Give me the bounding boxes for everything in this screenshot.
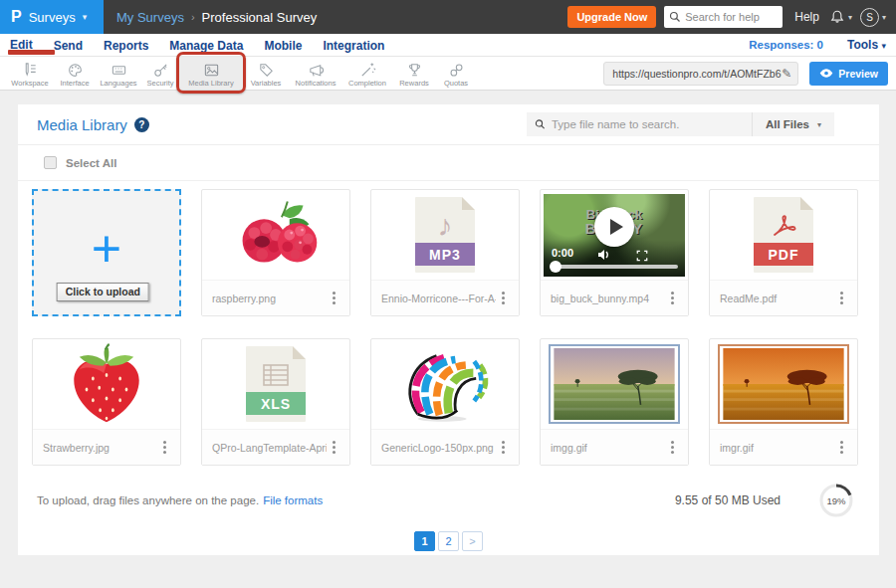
fullscreen-icon[interactable] — [636, 248, 648, 266]
select-all-label: Select All — [66, 157, 116, 169]
file-name: Strawberry.jpg — [43, 442, 157, 454]
upload-tile[interactable]: + Click to upload — [32, 189, 181, 316]
page-button-1[interactable]: 1 — [414, 531, 435, 551]
responses-count-link[interactable]: Responses: 0 — [749, 39, 823, 51]
file-formats-link[interactable]: File formats — [263, 494, 323, 506]
file-menu-button[interactable] — [327, 289, 340, 308]
file-thumbnail[interactable] — [710, 339, 857, 429]
play-button[interactable] — [594, 207, 634, 247]
upgrade-now-button[interactable]: Upgrade Now — [567, 6, 656, 28]
media-card-video: Big Buck BUNNY 0:00 big_buck_bunny.mp4 — [540, 189, 689, 316]
toolbar-item-security[interactable]: Security — [141, 57, 179, 90]
tab-reports[interactable]: Reports — [104, 37, 148, 54]
help-search-input[interactable] — [685, 11, 775, 23]
media-card-raspberry: raspberry.png — [201, 189, 350, 316]
music-note-icon: ♪ — [438, 211, 453, 241]
file-thumbnail[interactable]: ♪ MP3 — [371, 190, 519, 280]
file-thumbnail[interactable]: Big Buck BUNNY 0:00 — [541, 190, 688, 280]
next-page-button[interactable]: > — [462, 531, 483, 551]
mp3-badge: MP3 — [415, 243, 475, 266]
tab-integration[interactable]: Integration — [323, 37, 384, 54]
survey-nav: Edit Send Reports Manage Data Mobile Int… — [0, 34, 896, 57]
page-button-2[interactable]: 2 — [438, 531, 459, 551]
file-thumbnail[interactable] — [202, 190, 349, 280]
megaphone-icon — [308, 62, 325, 79]
account-menu[interactable]: S ▾ — [860, 8, 886, 27]
search-icon — [669, 11, 681, 23]
file-name: Ennio-Morricone---For-A-... — [381, 293, 496, 304]
toolbar-item-interface[interactable]: Interface — [54, 57, 96, 90]
toolbar-item-languages[interactable]: Languages — [96, 57, 141, 90]
file-name: raspberry.png — [212, 293, 327, 304]
questionpro-logo: P — [11, 8, 22, 26]
file-name: big_buck_bunny.mp4 — [551, 293, 665, 304]
media-card-imgg: imgg.gif — [540, 338, 689, 466]
breadcrumb-my-surveys[interactable]: My Surveys — [116, 10, 184, 25]
kebab-menu-icon — [840, 296, 843, 299]
workspace-icon — [22, 62, 39, 79]
mp3-file-icon: ♪ MP3 — [415, 197, 475, 273]
file-menu-button[interactable] — [834, 289, 848, 308]
help-link[interactable]: Help — [794, 10, 819, 24]
tab-mobile[interactable]: Mobile — [264, 37, 302, 54]
nav-tabs: Edit Send Reports Manage Data Mobile Int… — [10, 36, 384, 55]
kebab-menu-icon — [671, 446, 674, 449]
file-menu-button[interactable] — [327, 438, 340, 458]
toolbar-item-variables[interactable]: Variables — [243, 57, 289, 90]
progress-knob[interactable] — [550, 261, 561, 273]
media-card-imgr: imgr.gif — [709, 338, 858, 466]
product-switcher-surveys[interactable]: P Surveys ▾ — [0, 0, 104, 34]
toolbar-item-notifications[interactable]: Notifications — [289, 57, 342, 90]
kebab-menu-icon — [502, 296, 505, 299]
image-icon — [203, 62, 220, 79]
file-type-filter-dropdown[interactable]: All Files ▾ — [752, 112, 834, 136]
survey-url-input[interactable] — [612, 68, 782, 80]
help-question-icon[interactable]: ? — [134, 117, 149, 132]
kebab-menu-icon — [333, 446, 336, 449]
toolbar-item-media-library[interactable]: Media Library — [179, 57, 243, 90]
video-progress-bar[interactable] — [551, 265, 678, 269]
tools-menu[interactable]: Tools ▾ — [847, 38, 886, 52]
toolbar-item-workspace[interactable]: Workspace — [6, 57, 54, 90]
keyboard-icon — [111, 62, 127, 79]
volume-icon[interactable] — [597, 247, 611, 265]
upload-tooltip: Click to upload — [57, 283, 149, 301]
edit-toolbar: Workspace Interface Languages Security M… — [0, 57, 896, 91]
file-search-box[interactable] — [527, 112, 752, 136]
file-menu-button[interactable] — [496, 438, 510, 458]
generic-logo-image — [393, 344, 497, 424]
file-menu-button[interactable] — [834, 438, 848, 458]
pagination: 1 2 > — [18, 518, 879, 551]
toolbar-item-rewards[interactable]: Rewards — [392, 57, 436, 90]
orange-landscape-image — [722, 348, 845, 420]
file-thumbnail[interactable] — [371, 339, 519, 429]
chain-links-icon — [448, 62, 465, 79]
help-search-box[interactable] — [664, 6, 783, 28]
file-menu-button[interactable] — [496, 289, 510, 308]
media-card-logo: GenericLogo-150px.png — [370, 338, 520, 466]
preview-button[interactable]: Preview — [809, 62, 888, 86]
file-thumbnail[interactable] — [541, 339, 688, 429]
tab-edit[interactable]: Edit — [10, 36, 33, 55]
edit-url-pencil-icon[interactable]: ✎ — [782, 67, 791, 81]
file-thumbnail[interactable]: PDF — [710, 190, 857, 280]
survey-url-box: ✎ — [603, 62, 798, 86]
file-menu-button[interactable] — [665, 289, 679, 308]
tab-manage-data[interactable]: Manage Data — [169, 37, 243, 54]
header-actions: Upgrade Now Help ▾ S ▾ — [567, 6, 896, 28]
select-all-checkbox[interactable] — [44, 156, 57, 169]
file-menu-button[interactable] — [157, 438, 171, 458]
chevron-down-icon: ▾ — [881, 41, 886, 51]
play-icon — [610, 219, 623, 235]
spreadsheet-glyph-icon — [262, 363, 290, 387]
file-search-input[interactable] — [552, 118, 744, 130]
notifications-bell-button[interactable]: ▾ — [829, 9, 852, 25]
media-card-strawberry: Strawberry.jpg — [32, 338, 181, 466]
file-thumbnail[interactable]: XLS — [202, 339, 349, 429]
file-menu-button[interactable] — [665, 438, 679, 458]
pdf-glyph-icon — [771, 213, 796, 239]
toolbar-item-quotas[interactable]: Quotas — [436, 57, 476, 90]
file-thumbnail[interactable] — [33, 339, 180, 429]
tab-send[interactable]: Send — [54, 37, 83, 54]
toolbar-item-completion[interactable]: Completion — [342, 57, 392, 90]
